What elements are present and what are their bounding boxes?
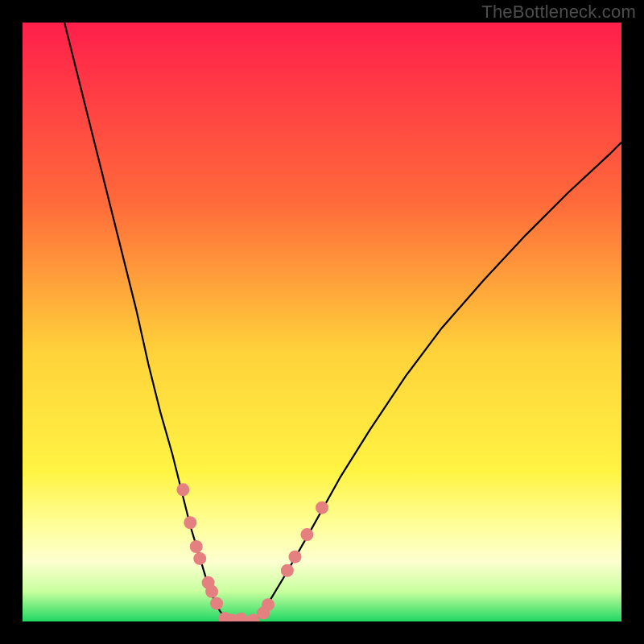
data-marker [281, 564, 294, 577]
data-marker [316, 502, 328, 514]
data-marker [262, 598, 275, 611]
data-marker [184, 516, 196, 529]
data-marker [193, 552, 206, 565]
chart-frame: TheBottleneck.com [0, 0, 644, 644]
data-marker [190, 540, 203, 553]
data-marker [289, 551, 302, 564]
plot-area [23, 23, 621, 621]
data-marker [205, 585, 218, 598]
watermark-text: TheBottleneck.com [481, 2, 636, 23]
gradient-background [23, 23, 621, 621]
data-marker [176, 483, 189, 496]
data-marker [300, 528, 313, 541]
data-marker [210, 597, 223, 610]
chart-svg [23, 23, 621, 621]
